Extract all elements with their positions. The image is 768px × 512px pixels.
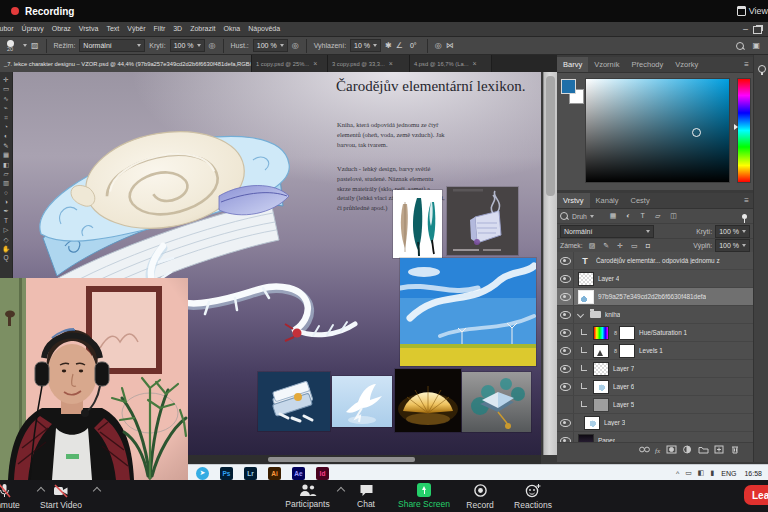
tab-barvy[interactable]: Barvy — [557, 57, 588, 72]
record-button[interactable]: Record — [462, 483, 498, 510]
participants-chevron-icon[interactable] — [337, 487, 345, 495]
hue-slider-handle[interactable] — [734, 124, 738, 130]
panel-menu-icon[interactable]: ≡ — [744, 57, 753, 72]
doc-tab-4[interactable]: 4.psd @ 16,7% (La...× — [410, 55, 492, 72]
brush-angle-value[interactable]: 0° — [407, 40, 420, 51]
menu-okna[interactable]: Okna — [219, 22, 244, 36]
marquee-tool-icon[interactable]: ▭ — [0, 84, 12, 93]
layer-fill-select[interactable]: 100 % — [715, 239, 750, 252]
menu-obraz[interactable]: Obraz — [48, 22, 75, 36]
taskbar-lightroom-icon[interactable]: Lr — [244, 467, 257, 480]
close-tab-icon[interactable]: × — [473, 60, 477, 67]
view-button[interactable]: View — [735, 2, 768, 20]
brush-tool-icon[interactable]: ✎ — [0, 141, 12, 150]
layer-visibility-toggle[interactable] — [557, 252, 574, 269]
shape-tool-icon[interactable]: ◇ — [0, 235, 12, 244]
layer-row[interactable]: T Čarodějův elementár... odpovídá jednom… — [557, 252, 753, 270]
layer-visibility-toggle[interactable] — [557, 396, 574, 413]
filter-smart-object-icon[interactable]: ◫ — [670, 212, 677, 220]
share-screen-button[interactable]: Share Screen — [394, 483, 454, 509]
doc-tab-3[interactable]: 3 copy.psd @ 33,3...× — [328, 55, 410, 72]
lock-artboard-icon[interactable]: ▭ — [631, 242, 638, 250]
pen-tool-icon[interactable]: ✒ — [0, 206, 12, 215]
menu-text[interactable]: Text — [102, 22, 123, 36]
start-video-button[interactable]: Start Video — [35, 483, 87, 510]
foreground-color-swatch[interactable] — [561, 79, 576, 94]
opacity-select[interactable]: 100 % — [170, 39, 205, 52]
tray-pen-icon[interactable]: ▮ — [710, 469, 714, 477]
chat-button[interactable]: Chat — [352, 483, 380, 509]
search-icon[interactable] — [736, 42, 744, 50]
menu-soubor[interactable]: Soubor — [0, 22, 18, 36]
layer-visibility-toggle[interactable] — [557, 270, 574, 287]
layer-visibility-toggle[interactable] — [557, 342, 574, 359]
close-tab-icon[interactable]: × — [313, 60, 317, 67]
tray-expand-icon[interactable]: ^ — [676, 470, 679, 477]
gradient-tool-icon[interactable]: ▥ — [0, 178, 12, 187]
taskbar-illustrator-icon[interactable]: Ai — [268, 467, 281, 480]
stamp-tool-icon[interactable]: ▦ — [0, 150, 12, 159]
blend-mode-select[interactable]: Normální — [560, 225, 654, 238]
lock-position-icon[interactable]: ✛ — [617, 242, 623, 250]
layer-visibility-toggle[interactable] — [557, 360, 574, 377]
eraser-tool-icon[interactable]: ▱ — [0, 169, 12, 178]
layer-filter-type[interactable]: Druh — [572, 213, 587, 220]
tab-prechody[interactable]: Přechody — [626, 57, 670, 72]
smoothing-select[interactable]: 10 % — [350, 39, 381, 52]
blur-tool-icon[interactable]: ○ — [0, 188, 12, 197]
menu-napoveda[interactable]: Nápověda — [244, 22, 284, 36]
tray-volume-icon[interactable]: ◧ — [698, 469, 705, 477]
minimize-icon[interactable]: – — [738, 22, 753, 36]
unmute-button[interactable]: Unmute — [0, 483, 20, 510]
layer-visibility-toggle[interactable] — [557, 306, 574, 323]
crop-tool-icon[interactable]: ⌗ — [0, 113, 12, 122]
tab-cesty[interactable]: Cesty — [625, 193, 656, 208]
tab-kanaly[interactable]: Kanály — [590, 193, 625, 208]
tab-vzorky[interactable]: Vzorky — [669, 57, 704, 72]
group-expand-icon[interactable] — [577, 311, 584, 318]
hue-slider[interactable] — [737, 78, 751, 183]
webcam-overlay[interactable] — [0, 278, 188, 480]
color-saturation-field[interactable] — [585, 78, 730, 183]
horizontal-scrollbar-thumb[interactable] — [268, 457, 415, 462]
layer-visibility-toggle[interactable] — [557, 414, 574, 431]
layer-row[interactable]: 8 Levels 1 — [557, 342, 753, 360]
layer-opacity-select[interactable]: 100 % — [715, 225, 750, 238]
flow-select[interactable]: 100 % — [253, 39, 288, 52]
panel-menu-icon[interactable]: ≡ — [744, 193, 753, 208]
brush-preview[interactable]: 20 — [4, 40, 16, 52]
layer-row[interactable]: Layer 7 — [557, 360, 753, 378]
reactions-button[interactable]: Reactions — [510, 483, 556, 510]
filter-toggle-icon[interactable] — [742, 214, 747, 219]
taskbar-aftereffects-icon[interactable]: Ae — [292, 467, 305, 480]
layers-footer-icons[interactable]: fx — [637, 444, 749, 455]
restore-window-icon[interactable] — [753, 26, 762, 34]
layer-row[interactable]: Layer 6 — [557, 378, 753, 396]
layer-visibility-toggle[interactable] — [557, 288, 574, 305]
layer-row[interactable]: 8 Hue/Saturation 1 — [557, 324, 753, 342]
zoom-tool-icon[interactable]: Q — [0, 253, 12, 262]
brush-panel-toggle-icon[interactable]: ▨ — [31, 38, 39, 54]
filter-shape-icon[interactable]: ▱ — [655, 212, 660, 220]
type-tool-icon[interactable]: T — [0, 216, 12, 225]
taskbar-photoshop-icon[interactable]: Ps — [220, 467, 233, 480]
tab-vrstvy[interactable]: Vrstvy — [557, 193, 590, 208]
menu-zobrazit[interactable]: Zobrazit — [186, 22, 219, 36]
tray-language[interactable]: ENG — [721, 470, 736, 477]
lock-transparency-icon[interactable]: ▨ — [589, 242, 596, 250]
path-select-icon[interactable]: ▷ — [0, 225, 12, 234]
layer-visibility-toggle[interactable] — [557, 378, 574, 395]
smoothing-gear-icon[interactable]: ✱ — [385, 38, 392, 54]
eyedropper-tool-icon[interactable]: ◔ — [0, 122, 12, 131]
layer-row[interactable]: Layer 4 — [557, 270, 753, 288]
hand-tool-icon[interactable]: ✋ — [0, 244, 12, 253]
leave-button[interactable]: Leave — [744, 485, 768, 505]
pressure-size-icon[interactable]: ◎ — [435, 38, 442, 54]
move-tool-icon[interactable]: ✛ — [0, 75, 12, 84]
doc-tab-2[interactable]: 1 copy.psd @ 25%...× — [252, 55, 328, 72]
menu-3d[interactable]: 3D — [169, 22, 186, 36]
airbrush-icon[interactable]: ◎ — [292, 38, 299, 54]
close-tab-icon[interactable]: × — [389, 60, 393, 67]
lasso-tool-icon[interactable]: ∿ — [0, 94, 12, 103]
filter-adjustment-icon[interactable]: ◐ — [626, 212, 630, 220]
